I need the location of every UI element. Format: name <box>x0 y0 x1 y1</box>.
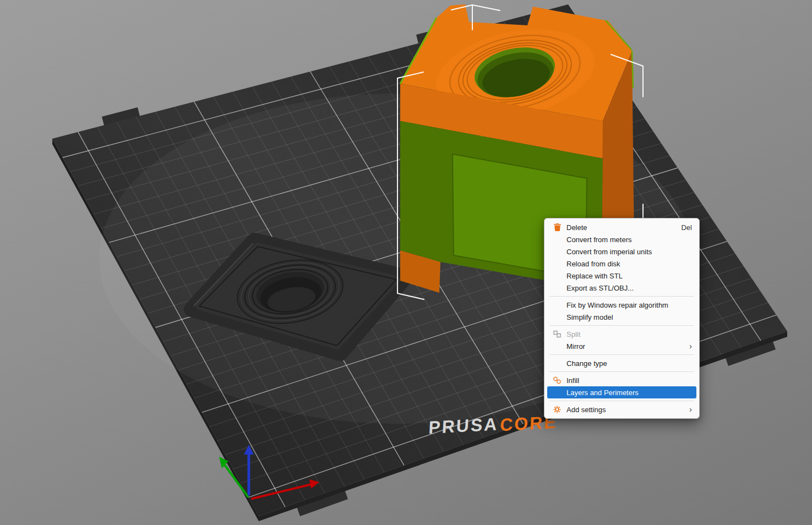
icon-spacer <box>552 359 563 368</box>
menu-item-change-type[interactable]: Change type <box>547 357 696 369</box>
menu-item-layers-and-perimeters[interactable]: Layers and Perimeters <box>547 386 696 398</box>
menu-separator <box>549 296 694 297</box>
menu-item-shortcut: Del <box>681 223 692 232</box>
menu-item-label: Reload from disk <box>566 260 692 268</box>
icon-spacer <box>552 247 563 256</box>
menu-item-label: Mirror <box>566 342 683 351</box>
icon-spacer <box>552 388 563 397</box>
icon-spacer <box>552 259 563 268</box>
menu-item-simplify-model[interactable]: Simplify model <box>547 311 696 323</box>
menu-item-label: Split <box>566 330 692 338</box>
chevron-right-icon: › <box>689 342 692 350</box>
menu-separator <box>549 325 694 326</box>
bed-logo-prusa: PRUSA <box>428 414 499 438</box>
menu-item-replace-with-stl[interactable]: Replace with STL <box>547 270 696 282</box>
context-menu: Delete Del Convert from meters Convert f… <box>544 218 700 419</box>
menu-item-label: Add settings <box>566 406 683 414</box>
menu-item-label: Replace with STL <box>566 272 692 280</box>
menu-item-convert-from-imperial-units[interactable]: Convert from imperial units <box>547 245 696 258</box>
menu-item-fix-by-windows-repair[interactable]: Fix by Windows repair algorithm <box>547 299 696 311</box>
menu-item-split: Split <box>547 328 696 340</box>
menu-item-label: Export as STL/OBJ... <box>566 284 692 292</box>
menu-item-label: Delete <box>566 223 671 232</box>
menu-item-add-settings[interactable]: Add settings › <box>547 403 696 415</box>
chevron-right-icon: › <box>689 405 692 413</box>
menu-separator <box>549 371 694 372</box>
menu-item-label: Simplify model <box>566 313 692 321</box>
menu-item-label: Layers and Perimeters <box>566 389 692 397</box>
menu-item-label: Change type <box>566 359 692 368</box>
menu-item-label: Fix by Windows repair algorithm <box>566 301 692 309</box>
menu-separator <box>549 401 694 401</box>
menu-separator <box>549 354 694 355</box>
icon-spacer <box>552 271 563 280</box>
menu-item-delete[interactable]: Delete Del <box>547 221 696 233</box>
menu-item-infill[interactable]: Infill <box>547 374 696 386</box>
menu-item-export-as-stl-obj[interactable]: Export as STL/OBJ... <box>547 282 696 294</box>
delete-icon <box>552 223 563 232</box>
icon-spacer <box>552 283 563 292</box>
menu-item-mirror[interactable]: Mirror › <box>547 340 696 352</box>
icon-spacer <box>552 342 563 351</box>
slicer-window: PRUSA CORE <box>0 0 812 525</box>
gear-icon <box>552 405 563 414</box>
menu-item-reload-from-disk[interactable]: Reload from disk <box>547 258 696 270</box>
icon-spacer <box>552 300 563 309</box>
icon-spacer <box>552 235 563 244</box>
infill-icon <box>552 376 563 385</box>
menu-item-label: Convert from imperial units <box>566 248 692 256</box>
menu-item-label: Infill <box>566 376 692 385</box>
menu-item-convert-from-meters[interactable]: Convert from meters <box>547 233 696 245</box>
split-icon <box>552 330 563 338</box>
menu-item-label: Convert from meters <box>566 236 692 244</box>
icon-spacer <box>552 313 563 321</box>
